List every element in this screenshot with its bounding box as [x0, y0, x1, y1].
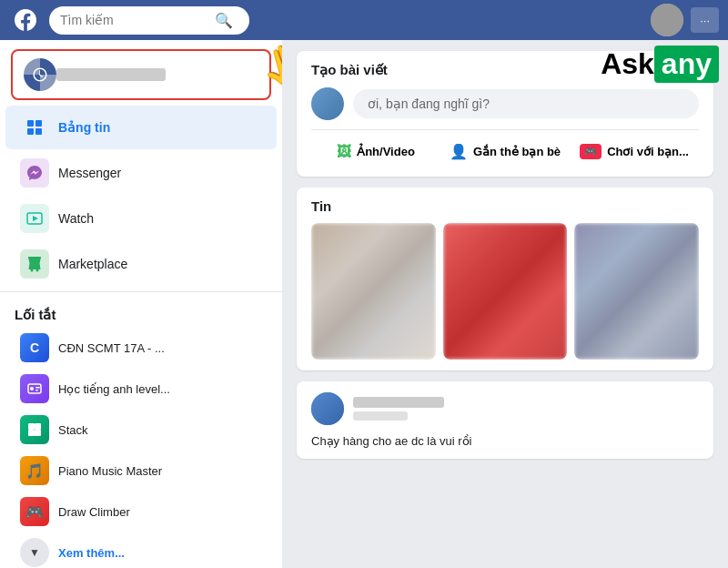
messenger-icon: [20, 158, 49, 188]
stories-title: Tin: [311, 198, 699, 214]
shortcut-draw[interactable]: 🎮 Draw Climber: [5, 492, 277, 532]
tag-icon: 👤: [450, 143, 468, 160]
facebook-logo[interactable]: [9, 4, 42, 36]
svg-rect-1: [35, 120, 42, 127]
sidebar: 🤚 Bảng tin Messenger: [0, 40, 282, 568]
messenger-label: Messenger: [58, 166, 121, 180]
user-avatar[interactable]: [651, 4, 683, 36]
story-card-3[interactable]: [574, 223, 699, 360]
post-placeholder-text: ơi, bạn đang nghĩ gì?: [368, 96, 490, 111]
cdn-icon: C: [20, 333, 49, 362]
post-input[interactable]: ơi, bạn đang nghĩ gì?: [353, 89, 699, 118]
navbar-button[interactable]: ···: [691, 7, 719, 33]
cdn-label: CĐN SCMT 17A - ...: [58, 341, 165, 355]
play-game-button[interactable]: 🎮 Chơi với bạn...: [570, 137, 699, 166]
sidebar-item-bangtin[interactable]: Bảng tin: [5, 106, 277, 149]
tag-friends-button[interactable]: 👤 Gắn thẻ bạn bè: [440, 137, 570, 166]
svg-rect-12: [28, 423, 35, 430]
main-content: Tạo bài viết ơi, bạn đang nghĩ gì? 🖼 Ảnh…: [282, 40, 728, 568]
draw-label: Draw Climber: [58, 505, 130, 519]
sidebar-divider-1: [0, 291, 282, 292]
story-card-1[interactable]: [311, 223, 436, 360]
piano-icon: 🎵: [20, 456, 49, 485]
create-post-input-row: ơi, bạn đang nghĩ gì?: [311, 87, 699, 120]
svg-rect-0: [27, 120, 34, 127]
svg-rect-3: [35, 128, 42, 135]
sidebar-item-watch[interactable]: Watch: [5, 197, 277, 240]
marketplace-icon: [20, 249, 49, 279]
feed-user-name: [353, 397, 444, 408]
svg-point-9: [30, 387, 34, 390]
shortcut-stack[interactable]: Stack: [5, 410, 277, 450]
sidebar-item-marketplace[interactable]: Marketplace: [5, 242, 277, 286]
watch-label: Watch: [58, 211, 94, 226]
create-post-title: Tạo bài viết: [311, 62, 699, 78]
svg-rect-11: [35, 390, 38, 391]
post-actions-row: 🖼 Ảnh/Video 👤 Gắn thẻ bạn bè 🎮 Chơi với …: [311, 129, 699, 166]
svg-point-7: [36, 269, 39, 272]
photo-video-button[interactable]: 🖼 Ảnh/Video: [311, 137, 440, 166]
chevron-down-icon: ▼: [20, 538, 49, 567]
sidebar-item-messenger[interactable]: Messenger: [5, 151, 277, 195]
hoc-icon: [20, 374, 49, 403]
svg-rect-14: [28, 430, 35, 436]
svg-rect-13: [35, 423, 41, 430]
feed-post-header: [311, 392, 699, 425]
game-label: Chơi với bạn...: [607, 145, 689, 158]
stack-icon: [20, 415, 49, 444]
game-icon: 🎮: [580, 144, 602, 159]
svg-rect-2: [27, 128, 34, 135]
watch-icon: [20, 204, 49, 233]
search-icon: 🔍: [215, 12, 233, 29]
feed-post: Chạy hàng cho ae dc là vui rồi: [297, 381, 713, 459]
search-input[interactable]: [60, 13, 215, 27]
create-post-box: Tạo bài viết ơi, bạn đang nghĩ gì? 🖼 Ảnh…: [297, 51, 713, 177]
navbar: 🔍 ···: [0, 0, 728, 40]
bangtin-icon: [20, 113, 49, 142]
shortcut-piano[interactable]: 🎵 Piano Music Master: [5, 451, 277, 491]
story-card-2[interactable]: [443, 223, 568, 360]
loi-tat-title: Lối tắt: [0, 298, 282, 327]
photo-label: Ảnh/Video: [357, 145, 415, 158]
shortcut-cdn[interactable]: C CĐN SCMT 17A - ...: [5, 328, 277, 368]
tag-label: Gắn thẻ bạn bè: [473, 145, 561, 158]
stack-label: Stack: [58, 423, 88, 437]
profile-name-blur: [56, 68, 166, 81]
see-more-button[interactable]: ▼ Xem thêm...: [5, 532, 277, 568]
piano-label: Piano Music Master: [58, 464, 162, 478]
sidebar-profile[interactable]: 🤚: [11, 49, 271, 100]
bangtin-label: Bảng tin: [58, 120, 110, 135]
stories-row: [311, 223, 699, 360]
draw-icon: 🎮: [20, 497, 49, 526]
profile-spinner-icon: [24, 58, 56, 91]
svg-rect-10: [35, 387, 40, 389]
post-user-avatar: [311, 87, 344, 120]
marketplace-label: Marketplace: [58, 257, 127, 271]
shortcut-hoc[interactable]: Học tiếng anh level...: [5, 369, 277, 409]
feed-post-text: Chạy hàng cho ae dc là vui rồi: [311, 434, 699, 448]
feed-user-avatar: [311, 392, 344, 425]
hand-pointer-icon: 🤚: [253, 40, 282, 101]
feed-post-time: [353, 411, 408, 421]
search-box[interactable]: 🔍: [49, 6, 249, 35]
see-more-label: Xem thêm...: [58, 546, 125, 560]
main-layout: 🤚 Bảng tin Messenger: [0, 40, 728, 568]
svg-marker-5: [33, 216, 38, 221]
svg-point-6: [31, 269, 34, 272]
svg-rect-15: [35, 430, 41, 436]
stories-box: Tin: [297, 188, 713, 370]
hoc-label: Học tiếng anh level...: [58, 382, 170, 396]
photo-icon: 🖼: [337, 144, 351, 160]
